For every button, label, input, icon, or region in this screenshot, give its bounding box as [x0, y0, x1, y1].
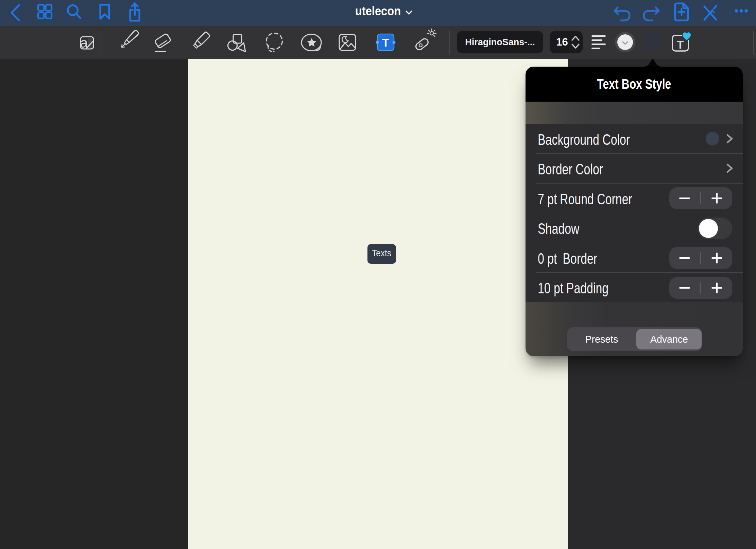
svg-text:T: T: [382, 36, 389, 49]
svg-text:T: T: [677, 38, 684, 51]
svg-text:a: a: [80, 35, 88, 51]
